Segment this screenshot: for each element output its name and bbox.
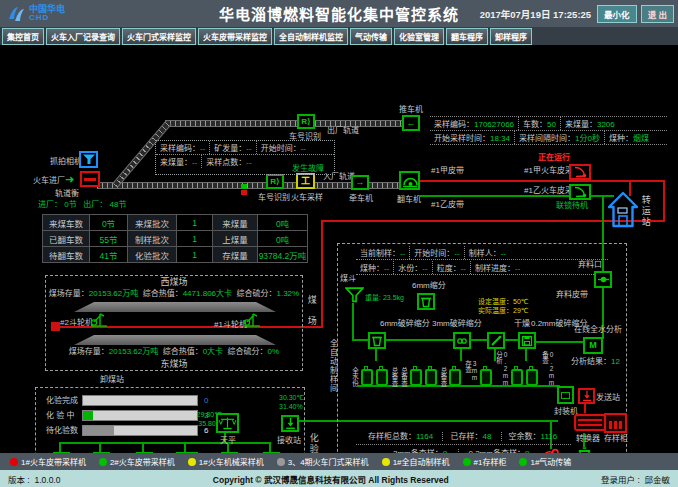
crusher-02mm-icon[interactable] [518,332,536,349]
exit-button[interactable]: 退 出 [641,5,674,23]
pusher-label: 推车机 [399,105,423,115]
belt-sampler-b-icon[interactable] [569,184,591,200]
sealing-machine-icon[interactable] [557,386,574,404]
field: 采样编码：-- [156,141,210,154]
bucket-glyph [420,296,432,308]
sample-bottle [511,369,523,386]
bucket-wheel-icon[interactable] [90,310,108,328]
camera-label: 抓拍相机 [50,157,82,167]
progress-bar-done [82,395,198,406]
legend-item: #1存样柜 [463,456,507,467]
dryer-glyph [490,335,502,347]
legend-item: 3、4期火车门式采样机 [277,456,369,467]
converter-icon[interactable] [574,414,606,431]
field: 煤种：-- [356,261,394,274]
sample-bottles-row: 全水份 总备查 总备查 总备查 3mm存查 0.2mm分析 0.2mm备查 [351,360,554,386]
dumper-glyph [402,174,418,188]
table-cell-label: 待翻车数 [42,246,90,263]
reject-belt-label: 弃料皮带 [556,290,588,300]
belt-b-label: #1乙皮带 [431,200,464,210]
menu-tab-home[interactable]: 集控首页 [2,28,44,45]
sample-bottle [449,369,461,386]
cabinet-stats-row: 存样柜总数：1164 已存样：48 空余数：1116 [368,432,557,442]
field: 开始时间：-- [257,141,310,154]
crusher-3mm-icon[interactable] [453,332,471,349]
menu-tab-dumper-program[interactable]: 翻车程序 [446,28,488,45]
table-cell-value: 0吨 [257,230,308,247]
legend-dot [10,458,18,466]
rfid-reader-icon[interactable]: R⟩ [297,114,315,129]
belt-sampler-a-icon[interactable] [569,164,591,180]
reject-port-icon[interactable] [594,271,612,288]
table-cell-value: 41节 [89,246,128,263]
field: 矿发量：-- [210,141,256,154]
rotary-dumper-icon[interactable] [399,171,420,190]
sample-bottle [376,369,388,386]
out-label: 出厂： [83,200,107,209]
rfid-glyph: R⟩ [301,118,310,126]
bucket-wheel-icon[interactable] [243,310,261,328]
rfid-reader-icon[interactable]: R⟩ [266,174,284,189]
info-row: 开始采样时间：18:34 采样间隔时间：1分0秒 煤种：烟煤 [430,131,667,145]
menu-tab-pneumatic[interactable]: 气动传输 [350,28,392,45]
bottle-label: 0.2mm分析 [495,351,508,386]
menu-tab-gate-sampling[interactable]: 火车门式采样监控 [122,28,196,45]
hopper-weight: 重量: 23.5kg [365,294,404,302]
field: 开始时间：-- [410,246,464,259]
receive-station-icon[interactable] [281,415,299,432]
cabinet-label: 存样柜 [604,434,628,444]
reject-port-label: 弃料口 [578,260,602,270]
sealer-glyph [561,392,570,399]
table-cell-value: 0节 [89,214,128,231]
crusher-6mm-label: 6mm破碎缩分 [380,319,430,329]
table-cell-label: 上煤量 [212,230,258,247]
track-inbound [97,182,419,189]
divider-6mm-label: 6mm缩分 [412,281,446,291]
bar-label: 待化验数 [46,426,78,436]
train-in-label: 火车进厂 [33,176,65,186]
transfer-station-icon[interactable] [608,191,638,229]
menu-tab-belt-sampling[interactable]: 火车皮带采样监控 [198,28,272,45]
balance-icon[interactable] [216,413,239,433]
bottle-label: 总备查 [391,367,398,387]
wheel1-label: #1斗轮机 [214,320,247,330]
dryer-icon[interactable] [487,332,505,349]
legend-item: 1#气动传输 [519,456,571,467]
sample-cabinet-icon[interactable] [604,413,627,433]
coal-hopper-icon[interactable] [345,287,364,303]
legend-item: 1#火车皮带采样机 [10,456,86,467]
copyright: Copyright © 武汉博晟信息科技有限公司 All Rights Rese… [60,473,601,485]
in-label: 进厂： [38,200,62,209]
table-cell-label: 来煤车数 [42,214,90,231]
send-station-icon[interactable] [578,388,595,404]
sampler-b-label: #1乙火车皮采 [524,186,573,196]
divider-6mm-icon[interactable] [417,293,435,310]
capture-camera-icon[interactable] [79,151,98,168]
crusher-3mm-label: 3mm破碎缩分 [432,319,482,329]
table-cell-label: 已翻车数 [42,230,90,247]
menu-tab-lab-mgmt[interactable]: 化验室管理 [394,28,444,45]
train-sampler-icon[interactable]: 工 [296,173,315,189]
minimize-button[interactable]: 最小化 [597,5,637,23]
puller-icon[interactable]: → [351,175,369,190]
sampling-info-panel-right: 采样编码：170627066 车数：50 来煤量：3206 开始采样时间：18:… [430,116,667,145]
train-in-arrow-icon: ➜ [65,173,74,186]
online-moisture-icon[interactable]: M [583,337,603,354]
weighbridge-icon[interactable] [80,171,100,187]
menu-tab-train-entry-records[interactable]: 火车入厂记录查询 [46,28,120,45]
track-outbound [165,120,411,127]
progress-bar-pending [82,425,198,436]
in-value: 0节 [64,200,76,209]
menu-tab-unload-program[interactable]: 卸样程序 [490,28,532,45]
track-out-label: 出厂轨道 [327,126,359,136]
wheel2-label: #2斗轮机 [60,318,93,328]
signal-green [241,184,247,189]
weighbridge-label: 轨道衡 [55,189,79,199]
pusher-icon[interactable]: ← [402,115,420,131]
sampling-info-panel-left: 采样编码：-- 矿发量：-- 开始时间：-- 来煤量：-- 采样点数：-- [155,140,335,175]
menu-tab-auto-prep[interactable]: 全自动制样机监控 [274,28,348,45]
crusher-6mm-icon[interactable] [368,332,386,349]
table-cell-label: 制样批次 [127,230,177,247]
field: 水份：-- [394,261,432,274]
puller-label: 牵车机 [349,194,373,204]
